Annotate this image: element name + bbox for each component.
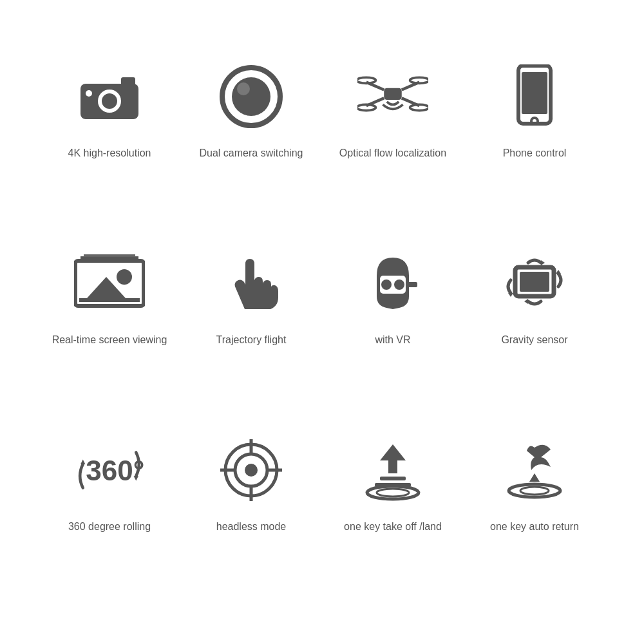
feature-360-label: 360 degree rolling [68, 520, 151, 534]
feature-dual-camera: Dual camera switching [180, 42, 322, 229]
svg-rect-18 [522, 72, 547, 114]
feature-return: one key auto return [464, 415, 605, 602]
feature-optical-flow: Optical flow localization [322, 42, 464, 229]
360-icon: 360° [74, 435, 145, 506]
feature-realtime: Real-time screen viewing [39, 229, 180, 415]
feature-vr: with VR [322, 229, 464, 415]
svg-point-4 [86, 90, 92, 97]
feature-dual-camera-label: Dual camera switching [200, 146, 303, 160]
gravity-icon [499, 248, 570, 319]
svg-rect-47 [380, 477, 406, 480]
feature-realtime-label: Real-time screen viewing [52, 333, 167, 347]
feature-trajectory-label: Trajectory flight [216, 333, 287, 347]
feature-4k: 4K high-resolution [39, 42, 180, 229]
feature-takeoff: one key take off /land [322, 415, 464, 602]
phone-icon [499, 61, 570, 132]
svg-point-41 [245, 464, 258, 477]
svg-marker-37 [80, 460, 85, 464]
vr-icon [357, 248, 428, 319]
svg-point-13 [357, 77, 375, 83]
svg-rect-3 [121, 77, 135, 87]
svg-point-27 [381, 279, 392, 290]
svg-point-28 [394, 279, 404, 290]
feature-phone-label: Phone control [503, 146, 567, 160]
svg-rect-25 [79, 298, 140, 302]
feature-trajectory: Trajectory flight [180, 229, 322, 415]
svg-marker-32 [541, 260, 545, 265]
feature-gravity-label: Gravity sensor [501, 333, 567, 347]
drone-icon [357, 61, 428, 132]
svg-marker-46 [380, 444, 406, 473]
feature-360: 360° 360 degree rolling [39, 415, 180, 602]
svg-rect-31 [520, 272, 549, 292]
svg-marker-33 [524, 299, 528, 304]
svg-point-50 [377, 489, 409, 497]
svg-rect-8 [384, 88, 402, 99]
feature-return-label: one key auto return [490, 520, 579, 534]
feature-grid: 4K high-resolution Dual camera switching [26, 29, 618, 615]
svg-point-24 [117, 269, 132, 285]
return-icon [499, 435, 570, 506]
hand-icon [216, 248, 287, 319]
svg-marker-53 [529, 473, 540, 482]
feature-optical-flow-label: Optical flow localization [339, 146, 446, 160]
svg-point-6 [232, 77, 270, 116]
svg-marker-34 [508, 293, 513, 297]
feature-vr-label: with VR [375, 333, 410, 347]
landing-icon [357, 435, 428, 506]
svg-rect-29 [407, 282, 417, 287]
feature-headless: headless mode [180, 415, 322, 602]
image-icon [74, 248, 145, 319]
feature-4k-label: 4K high-resolution [68, 146, 151, 160]
svg-point-19 [531, 118, 538, 124]
feature-takeoff-label: one key take off /land [344, 520, 442, 534]
feature-headless-label: headless mode [216, 520, 287, 534]
lens-icon [216, 61, 287, 132]
svg-point-15 [357, 104, 375, 110]
feature-gravity: Gravity sensor [464, 229, 605, 415]
camera-icon [74, 61, 145, 132]
svg-point-2 [102, 93, 117, 109]
svg-point-16 [410, 104, 428, 110]
svg-point-7 [237, 82, 250, 95]
svg-text:360°: 360° [86, 455, 144, 487]
target-icon [216, 435, 287, 506]
svg-point-52 [520, 487, 549, 495]
svg-point-14 [410, 77, 428, 83]
feature-phone: Phone control [464, 42, 605, 229]
svg-marker-35 [556, 270, 561, 274]
